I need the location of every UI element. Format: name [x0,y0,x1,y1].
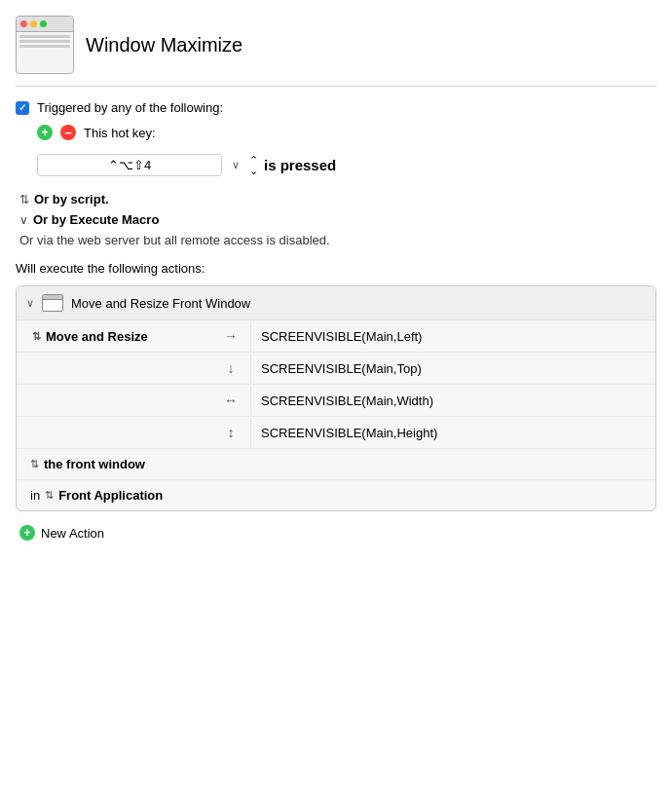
execute-stepper[interactable]: ∨ [19,213,28,227]
triggered-checkbox[interactable] [16,101,29,115]
action-row: ↓ SCREENVISIBLE(Main,Top) [17,353,655,385]
front-app-stepper[interactable]: ⇅ [45,489,54,502]
move-resize-label-cell: ⇅ Move and Resize [17,321,211,352]
front-window-stepper[interactable]: ⇅ [30,458,39,470]
macro-header: Window Maximize [16,16,656,87]
new-action-button[interactable] [19,525,35,541]
traffic-light-yellow [30,20,37,27]
or-by-execute-label: Or by Execute Macro [33,212,159,227]
arrow-down-icon: ↓ [211,353,250,384]
will-execute-label: Will execute the following actions: [16,261,656,276]
action-value-left[interactable]: SCREENVISIBLE(Main,Left) [250,321,655,352]
arrow-right-icon: → [211,320,250,352]
front-window-row: ⇅ the front window [17,449,655,480]
empty-label-cell-4 [17,425,211,440]
hotkey-dropdown[interactable] [232,159,240,171]
action-value-top[interactable]: SCREENVISIBLE(Main,Top) [250,354,655,384]
web-server-row: Or via the web server but all remote acc… [16,233,656,247]
web-server-label: Or via the web server but all remote acc… [19,233,330,247]
traffic-light-red [20,20,27,27]
empty-label-cell-2 [17,360,211,376]
empty-label-cell-3 [17,393,211,408]
or-by-execute-row: ∨ Or by Execute Macro [16,212,656,227]
remove-hotkey-button[interactable] [60,125,76,140]
arrow-horizontal-icon: ↔ [211,385,250,416]
macro-title: Window Maximize [86,34,243,56]
triggered-by-row: Triggered by any of the following: [16,100,656,115]
add-hotkey-button[interactable] [37,125,53,140]
new-action-row: New Action [16,525,656,541]
script-stepper[interactable]: ⇅ [19,193,29,206]
action-body: ⇅ Move and Resize → SCREENVISIBLE(Main,L… [17,320,655,510]
move-resize-label: Move and Resize [46,329,148,344]
new-action-label: New Action [41,526,104,541]
action-collapse-button[interactable]: ∨ [26,297,34,310]
is-pressed-label: is pressed [264,157,336,173]
traffic-light-green [40,20,47,27]
action-row: ↔ SCREENVISIBLE(Main,Width) [17,385,655,417]
hotkey-input[interactable] [37,154,222,176]
hotkey-row: This hot key: [16,125,656,140]
action-row: ⇅ Move and Resize → SCREENVISIBLE(Main,L… [17,320,655,353]
action-card-title: Move and Resize Front Window [71,296,250,311]
is-pressed-row: ⌃ ⌄ is pressed [249,155,336,176]
action-value-width[interactable]: SCREENVISIBLE(Main,Width) [250,386,655,416]
front-application-row: in ⇅ Front Application [17,480,655,510]
action-value-height[interactable]: SCREENVISIBLE(Main,Height) [250,418,655,448]
or-by-script-row: ⇅ Or by script. [16,192,656,206]
arrow-vertical-icon: ↕ [211,417,250,448]
move-resize-stepper[interactable]: ⇅ [32,330,41,343]
action-card-header: ∨ Move and Resize Front Window [17,286,655,320]
action-window-icon [42,294,63,312]
hotkey-section-label: This hot key: [84,126,156,140]
in-prefix: in [30,488,40,503]
triggered-label: Triggered by any of the following: [37,100,223,115]
or-by-script-label: Or by script. [34,192,109,206]
is-pressed-stepper[interactable]: ⌃ ⌄ [249,155,258,176]
macro-icon [16,16,74,74]
icon-body [17,32,73,73]
action-row: ↕ SCREENVISIBLE(Main,Height) [17,417,655,449]
front-window-label: the front window [44,457,145,471]
action-card: ∨ Move and Resize Front Window ⇅ Move an… [16,285,656,511]
front-application-label: Front Application [58,488,163,503]
icon-titlebar [17,17,73,32]
